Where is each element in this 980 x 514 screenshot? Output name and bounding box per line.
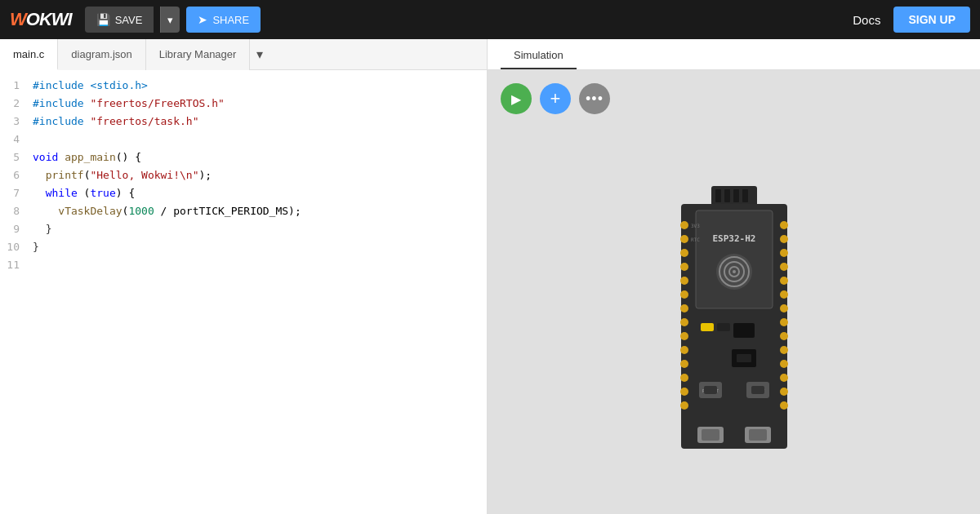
main-layout: main.c diagram.json Library Manager ▾ 1 … [0, 39, 980, 514]
line-content-3: #include "freertos/task.h" [33, 113, 487, 131]
svg-rect-51 [751, 386, 764, 394]
board-area: ESP32-H2 RESET BO [488, 127, 980, 514]
svg-point-26 [780, 304, 788, 312]
tab-main-c-label: main.c [13, 48, 44, 60]
editor-panel: main.c diagram.json Library Manager ▾ 1 … [0, 39, 488, 514]
svg-point-11 [680, 290, 688, 299]
svg-point-27 [780, 318, 788, 326]
svg-point-31 [780, 374, 788, 382]
tab-diagram-json-label: diagram.json [71, 48, 131, 60]
svg-rect-41 [701, 323, 714, 331]
svg-point-7 [680, 235, 688, 243]
code-line-10: 10 } [0, 238, 487, 256]
line-content-6: printf("Hello, Wokwi!\n"); [33, 166, 487, 184]
svg-rect-4 [742, 189, 748, 202]
svg-point-21 [780, 235, 788, 243]
logo-rest: OKWI [26, 9, 72, 29]
svg-point-19 [680, 401, 688, 410]
code-line-5: 5 void app_main() { [0, 148, 487, 166]
code-line-6: 6 printf("Hello, Wokwi!\n"); [0, 166, 487, 184]
logo-text: W [10, 9, 26, 29]
code-line-8: 8 vTaskDelay(1000 / portTICK_PERIOD_MS); [0, 202, 487, 220]
code-line-9: 9 } [0, 220, 487, 238]
svg-point-18 [680, 388, 688, 396]
line-num-8: 8 [0, 202, 33, 220]
svg-text:ESP32-H2: ESP32-H2 [712, 233, 755, 244]
line-content-8: vTaskDelay(1000 / portTICK_PERIOD_MS); [33, 202, 487, 220]
topbar-right: Docs SIGN UP [853, 7, 970, 33]
line-num-2: 2 [0, 95, 33, 113]
svg-rect-43 [733, 323, 755, 338]
line-num-4: 4 [0, 131, 33, 148]
line-content-9: } [33, 220, 487, 238]
line-content-4 [33, 131, 487, 148]
svg-text:3V3: 3V3 [691, 223, 700, 228]
line-num-1: 1 [0, 77, 33, 95]
svg-point-25 [780, 290, 788, 299]
svg-point-22 [780, 249, 788, 257]
tab-diagram-json[interactable]: diagram.json [58, 39, 145, 70]
svg-point-8 [680, 249, 688, 257]
line-num-5: 5 [0, 148, 33, 166]
esp32-board: ESP32-H2 RESET BO [673, 186, 795, 455]
plus-icon: + [550, 88, 561, 109]
code-line-4: 4 [0, 131, 487, 148]
svg-point-23 [780, 263, 788, 271]
save-button[interactable]: 💾 SAVE [85, 7, 154, 33]
svg-point-6 [680, 221, 688, 229]
editor-tabs: main.c diagram.json Library Manager ▾ [0, 39, 487, 70]
more-options-button[interactable]: ••• [579, 83, 610, 114]
svg-rect-1 [715, 189, 721, 202]
play-button[interactable]: ▶ [501, 83, 532, 114]
svg-rect-3 [733, 189, 739, 202]
tab-library-manager[interactable]: Library Manager [146, 39, 251, 70]
line-content-7: while (true) { [33, 184, 487, 202]
svg-rect-45 [737, 354, 751, 362]
line-num-11: 11 [0, 256, 33, 274]
line-num-6: 6 [0, 166, 33, 184]
tab-simulation[interactable]: Simulation [501, 42, 577, 69]
share-button[interactable]: ➤ SHARE [186, 7, 261, 33]
logo: WOKWI [10, 9, 72, 30]
docs-link[interactable]: Docs [853, 13, 880, 27]
svg-point-33 [780, 401, 788, 410]
simulation-header: Simulation [488, 39, 980, 70]
svg-rect-42 [717, 323, 730, 331]
share-label: SHARE [212, 14, 249, 26]
line-num-9: 9 [0, 220, 33, 238]
simulation-toolbar: ▶ + ••• [488, 70, 980, 127]
svg-text:RTC: RTC [691, 237, 700, 242]
line-num-7: 7 [0, 184, 33, 202]
tab-library-manager-label: Library Manager [159, 48, 237, 60]
save-dropdown-button[interactable]: ▾ [160, 7, 180, 33]
svg-point-14 [680, 332, 688, 340]
code-line-3: 3 #include "freertos/task.h" [0, 113, 487, 131]
svg-point-29 [780, 346, 788, 354]
signup-button[interactable]: SIGN UP [893, 7, 970, 33]
save-label: SAVE [115, 14, 143, 26]
svg-rect-55 [749, 429, 767, 441]
svg-rect-2 [724, 189, 730, 202]
topbar: WOKWI 💾 SAVE ▾ ➤ SHARE Docs SIGN UP [0, 0, 980, 39]
svg-point-13 [680, 318, 688, 326]
save-icon: 💾 [96, 13, 110, 26]
svg-point-15 [680, 346, 688, 354]
line-content-11 [33, 256, 487, 274]
svg-point-28 [780, 332, 788, 340]
tabs-more-button[interactable]: ▾ [250, 43, 270, 65]
svg-point-40 [733, 270, 736, 273]
svg-point-10 [680, 277, 688, 285]
add-component-button[interactable]: + [540, 83, 571, 114]
svg-point-32 [780, 388, 788, 396]
line-content-10: } [33, 238, 487, 256]
chevron-down-icon: ▾ [167, 14, 173, 26]
ellipsis-icon: ••• [586, 91, 604, 108]
svg-point-16 [680, 360, 688, 368]
line-num-10: 10 [0, 238, 33, 256]
svg-point-20 [780, 221, 788, 229]
svg-point-12 [680, 304, 688, 312]
tab-main-c[interactable]: main.c [0, 39, 58, 70]
code-editor[interactable]: 1 #include <stdio.h> 2 #include "freerto… [0, 70, 487, 514]
play-icon: ▶ [511, 91, 521, 107]
line-content-2: #include "freertos/FreeRTOS.h" [33, 95, 487, 113]
